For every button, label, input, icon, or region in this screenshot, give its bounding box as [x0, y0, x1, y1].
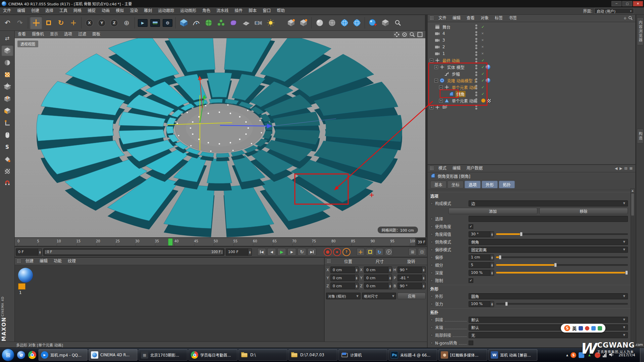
undo-icon[interactable]: ↶	[1, 16, 14, 29]
range-right-grip[interactable]	[221, 250, 223, 254]
timeline-end-field[interactable]: 100 F▲▼	[226, 248, 252, 256]
panel-grip[interactable]	[430, 166, 434, 171]
object-menu-item-1[interactable]: 编辑	[449, 15, 464, 22]
slider-张力[interactable]	[496, 303, 628, 305]
spinner-icon[interactable]: ▲▼	[38, 249, 42, 255]
menubar-item-6[interactable]: 捕捉	[85, 7, 99, 14]
object-item[interactable]: −最终 动画✓	[428, 57, 635, 64]
menubar-item-5[interactable]: 网格	[70, 7, 85, 14]
field-选择[interactable]	[469, 216, 628, 222]
minimize-button[interactable]: ─	[611, 1, 622, 6]
timeline-grid-icon[interactable]: ⊞	[409, 248, 417, 256]
button-移除[interactable]: 移除	[539, 208, 628, 214]
tray-music-icon[interactable]	[595, 352, 600, 358]
material-thumbnail[interactable]	[18, 268, 33, 283]
coord-field-旋转-P[interactable]: -81 °▲▼	[397, 275, 426, 281]
network-icon[interactable]	[603, 353, 606, 357]
slider-深度[interactable]	[496, 272, 628, 274]
maximize-button[interactable]: ▢	[622, 1, 632, 6]
visibility-dots[interactable]	[475, 71, 477, 76]
add-primitive-cube-icon[interactable]	[177, 16, 190, 29]
spinner-icon[interactable]: ▲▼	[388, 267, 392, 273]
spinner-icon[interactable]: ▲▼	[355, 267, 358, 273]
goto-start-button[interactable]: ◀	[257, 248, 266, 256]
menubar-item-1[interactable]: 编辑	[14, 7, 28, 14]
material-menu-item-0[interactable]: 创建	[22, 258, 37, 265]
menubar-item-8[interactable]: 模拟	[113, 7, 127, 14]
lock-x-axis-icon[interactable]: X	[83, 16, 96, 29]
expander-icon[interactable]: +	[439, 99, 443, 103]
coord-field-旋转-B[interactable]: 90 °▲▼	[397, 283, 426, 289]
visibility-dots[interactable]	[475, 45, 477, 49]
spinner-icon[interactable]: ▲▼	[422, 283, 425, 289]
rotate-tool-icon[interactable]: ↻	[55, 16, 67, 29]
sogou-icon[interactable]: S	[564, 325, 570, 331]
coord-field-尺寸-X[interactable]: 0 cm▲▼	[364, 266, 392, 273]
add-spline-pen-icon[interactable]	[190, 16, 202, 29]
object-item[interactable]: −克隆 动画模型 1✓	[428, 77, 635, 84]
coord-field-位置-Z[interactable]: 0 cm▲▼	[330, 283, 359, 289]
dropdown-倒角模式[interactable]: 倒角▼	[469, 239, 628, 245]
key-rotation-icon[interactable]: ↻	[375, 248, 383, 256]
enable-axis-icon[interactable]	[1, 117, 13, 128]
enabled-check-icon[interactable]: ✓	[481, 25, 484, 29]
spinner-icon[interactable]: ▲▼	[490, 301, 494, 307]
visibility-dots[interactable]	[475, 65, 477, 69]
ime-toolbox-icon[interactable]	[598, 326, 602, 330]
timeline-ruler[interactable]: 0510152025303540455055606570758085909510…	[15, 238, 415, 246]
next-frame-button[interactable]: ▶	[287, 248, 296, 256]
axis-modify-icon[interactable]	[285, 16, 297, 29]
enabled-check-icon[interactable]: ✓	[481, 72, 484, 76]
taskbar-item-1[interactable]: CINEMA 4D R...	[89, 349, 138, 361]
spinner-icon[interactable]: ▲▼	[490, 255, 494, 260]
next-icon[interactable]: ▶	[620, 166, 622, 171]
paint-icon[interactable]	[1, 154, 13, 165]
slider-handle[interactable]	[625, 270, 628, 275]
apply-button[interactable]: 应用	[397, 293, 426, 299]
texture-lock-icon[interactable]	[1, 166, 13, 177]
viewport-menu-item-4[interactable]: 过滤	[75, 31, 89, 38]
menubar-item-4[interactable]: 工具	[56, 7, 70, 14]
anim-dot-icon[interactable]	[430, 318, 433, 321]
material-name[interactable]: 1	[19, 290, 22, 295]
visibility-dots[interactable]	[475, 24, 477, 29]
visibility-dots[interactable]	[475, 98, 477, 103]
visibility-dots[interactable]	[475, 31, 477, 36]
key-param-icon[interactable]: P	[385, 248, 393, 256]
autokey-button[interactable]	[333, 248, 341, 256]
taskbar-item-4[interactable]: D:\	[238, 349, 287, 361]
object-menu-item-5[interactable]: 书签	[506, 15, 520, 22]
slider-handle[interactable]	[499, 255, 501, 259]
show-desktop-button[interactable]	[640, 348, 644, 362]
tab-选项[interactable]: 选项	[465, 181, 481, 188]
spinner-icon[interactable]: ▲▼	[388, 283, 392, 289]
slider-handle[interactable]	[505, 302, 508, 306]
anim-dot-icon[interactable]	[430, 342, 433, 344]
tab-拓扑[interactable]: 拓扑	[499, 181, 515, 188]
render-picture-viewer-icon[interactable]	[149, 16, 161, 29]
tray-security-icon[interactable]: ▲	[587, 352, 592, 358]
close-button[interactable]: ✕	[633, 1, 643, 6]
redo-icon[interactable]: ↷	[14, 16, 26, 29]
object-item[interactable]: +BF	[428, 104, 635, 111]
tray-expand-icon[interactable]: ▴	[566, 353, 568, 357]
viewport-solo-icon[interactable]	[1, 129, 13, 140]
menubar-item-16[interactable]: 脚本	[246, 7, 260, 14]
maximize-view-icon[interactable]	[417, 32, 423, 38]
material-menu-item-2[interactable]: 功能	[51, 258, 65, 265]
spinner-icon[interactable]: ▲▼	[355, 275, 358, 281]
spinner-icon[interactable]: ▲▼	[490, 262, 494, 268]
disabled-cross-icon[interactable]: ✕	[481, 45, 484, 49]
key-scale-icon[interactable]	[366, 248, 374, 256]
scale-tool-icon[interactable]	[42, 16, 55, 29]
coord-field-位置-X[interactable]: 0 cm▲▼	[330, 266, 359, 273]
zoom-icon[interactable]	[409, 32, 416, 38]
orbit-icon[interactable]	[401, 32, 408, 38]
taskbar-item-9[interactable]: W耳机 动画 [兼容...	[488, 349, 537, 361]
anim-dot-icon[interactable]	[430, 256, 433, 259]
home-icon[interactable]: ⌂	[624, 16, 626, 21]
taskbar-item-3[interactable]: 学员每日考勤首...	[189, 349, 237, 361]
taskbar-item-2[interactable]: ▦北京1703期影...	[139, 349, 187, 361]
material-menu-item-1[interactable]: 编辑	[37, 258, 51, 265]
object-item[interactable]: +实体 模型✓	[428, 64, 635, 70]
